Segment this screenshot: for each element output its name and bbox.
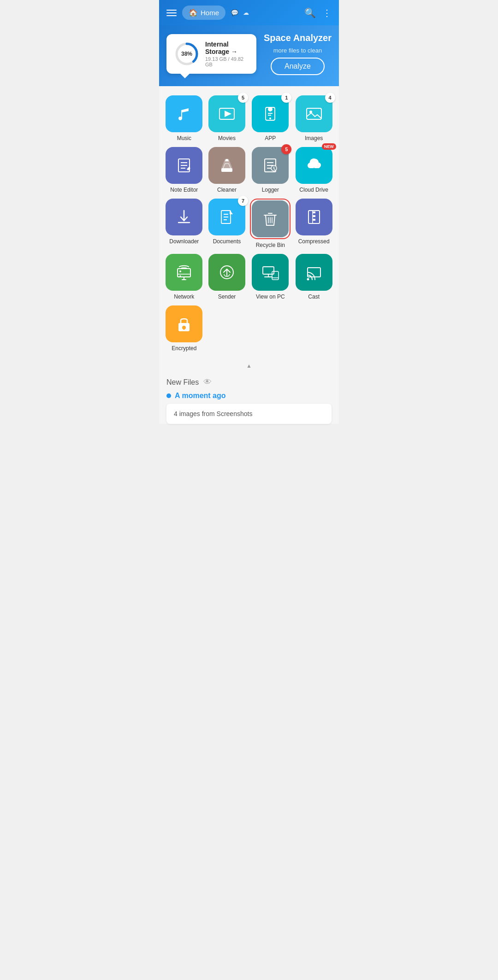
badge-documents: 7 [238, 196, 248, 206]
collapse-arrow[interactable]: ▲ [159, 359, 339, 373]
time-dot [166, 393, 171, 398]
svg-rect-15 [178, 269, 190, 277]
app-icon-music [166, 95, 202, 132]
app-icon-recycle-bin [252, 200, 289, 237]
app-label-sender: Sender [218, 293, 236, 300]
app-label-encrypted: Encrypted [172, 345, 196, 352]
chat-icon[interactable]: 💬 [231, 9, 238, 16]
app-label-logger: Logger [262, 187, 279, 193]
app-label-recycle-bin: Recycle Bin [256, 242, 285, 248]
app-item-app[interactable]: 1APP [250, 95, 290, 141]
time-label: A moment ago [175, 392, 226, 400]
header: 🏠 Home 💬 ☁ 🔍 ⋮ [159, 0, 339, 25]
app-item-cloud-drive[interactable]: NEWCloud Drive [294, 147, 333, 193]
app-label-compressed: Compressed [298, 238, 330, 245]
analyzer-section: Space Analyzer more files to clean Analy… [264, 33, 332, 75]
app-item-recycle-bin[interactable]: Recycle Bin [250, 199, 290, 248]
app-label-music: Music [177, 135, 191, 141]
app-label-cloud-drive: Cloud Drive [299, 187, 328, 193]
app-item-cast[interactable]: Cast [294, 254, 333, 300]
app-icon-compressed [296, 199, 332, 235]
home-tab[interactable]: 🏠 Home [182, 6, 225, 20]
new-files-title: New Files [166, 378, 199, 387]
storage-percent: 38% [181, 51, 192, 57]
analyzer-subtitle: more files to clean [273, 47, 322, 54]
app-icon-encrypted [166, 305, 202, 342]
app-icon-network [166, 254, 202, 291]
storage-title: Internal Storage → [205, 41, 249, 55]
svg-point-17 [180, 276, 181, 277]
svg-point-16 [179, 270, 181, 272]
app-item-logger[interactable]: 5Logger [250, 147, 290, 193]
app-item-music[interactable]: Music [165, 95, 204, 141]
analyze-button[interactable]: Analyze [271, 58, 325, 75]
app-item-movies[interactable]: 5Movies [208, 95, 247, 141]
app-item-documents[interactable]: 7Documents [208, 199, 247, 248]
time-row: A moment ago [159, 390, 339, 404]
home-label: Home [201, 9, 219, 17]
app-item-downloader[interactable]: Downloader [165, 199, 204, 248]
banner: 38% Internal Storage → 19.13 GB / 49.82 … [159, 25, 339, 86]
badge-new-cloud-drive: NEW [322, 143, 336, 150]
header-right: 🔍 ⋮ [304, 7, 332, 18]
app-item-note-editor[interactable]: Note Editor [165, 147, 204, 193]
cloud-icon[interactable]: ☁ [243, 9, 249, 16]
app-icon-documents: 7 [208, 199, 245, 235]
app-label-note-editor: Note Editor [170, 187, 198, 193]
svg-point-22 [307, 278, 309, 281]
app-grid: Music5Movies1APP4ImagesNote EditorCleane… [165, 95, 333, 352]
selected-box [250, 199, 290, 239]
badge-images: 4 [325, 93, 335, 103]
svg-rect-7 [307, 108, 321, 119]
app-item-network[interactable]: Network [165, 254, 204, 300]
app-icon-movies: 5 [208, 95, 245, 132]
storage-info: Internal Storage → 19.13 GB / 49.82 GB [205, 41, 249, 67]
badge-app: 1 [281, 93, 291, 103]
eye-icon[interactable]: 👁 [203, 377, 212, 387]
app-item-cleaner[interactable]: Cleaner [208, 147, 247, 193]
app-item-images[interactable]: 4Images [294, 95, 333, 141]
storage-progress: 38% [174, 41, 200, 67]
app-label-cast: Cast [308, 293, 320, 300]
file-card[interactable]: 4 images from Screenshots [166, 404, 332, 424]
home-icon: 🏠 [189, 8, 198, 17]
svg-marker-3 [225, 111, 231, 117]
app-icon-logger: 5 [252, 147, 289, 184]
app-item-encrypted[interactable]: Encrypted [165, 305, 204, 352]
storage-card[interactable]: 38% Internal Storage → 19.13 GB / 49.82 … [166, 34, 256, 74]
analyzer-title: Space Analyzer [264, 33, 332, 43]
app-grid-section: Music5Movies1APP4ImagesNote EditorCleane… [159, 86, 339, 356]
badge-logger: 5 [281, 144, 291, 154]
svg-point-6 [268, 107, 273, 111]
app-icon-cast [296, 254, 332, 291]
menu-button[interactable] [166, 10, 177, 16]
app-icon-sender [208, 254, 245, 291]
file-preview-text: 4 images from Screenshots [174, 410, 252, 417]
new-files-header: New Files 👁 [159, 373, 339, 390]
app-icon-downloader [166, 199, 202, 235]
search-icon[interactable]: 🔍 [304, 7, 316, 18]
app-label-movies: Movies [218, 135, 236, 141]
nav-icons: 💬 ☁ [231, 9, 249, 16]
badge-movies: 5 [238, 93, 248, 103]
app-item-sender[interactable]: Sender [208, 254, 247, 300]
svg-point-5 [269, 117, 271, 119]
app-icon-view-on-pc [252, 254, 289, 291]
svg-rect-20 [272, 271, 279, 280]
app-label-documents: Documents [213, 238, 241, 245]
app-label-images: Images [305, 135, 323, 141]
app-label-downloader: Downloader [169, 238, 199, 245]
app-label-app: APP [265, 135, 276, 141]
app-icon-cleaner [208, 147, 245, 184]
svg-rect-10 [221, 168, 232, 172]
app-item-view-on-pc[interactable]: View on PC [250, 254, 290, 300]
app-icon-images: 4 [296, 95, 332, 132]
app-label-cleaner: Cleaner [217, 187, 237, 193]
app-item-compressed[interactable]: Compressed [294, 199, 333, 248]
more-icon[interactable]: ⋮ [322, 7, 332, 18]
app-icon-cloud-drive: NEW [296, 147, 332, 184]
app-icon-note-editor [166, 147, 202, 184]
header-left: 🏠 Home 💬 ☁ [166, 6, 249, 20]
up-arrow-icon: ▲ [246, 363, 252, 369]
new-files-section: ▲ New Files 👁 A moment ago 4 images from… [159, 356, 339, 424]
